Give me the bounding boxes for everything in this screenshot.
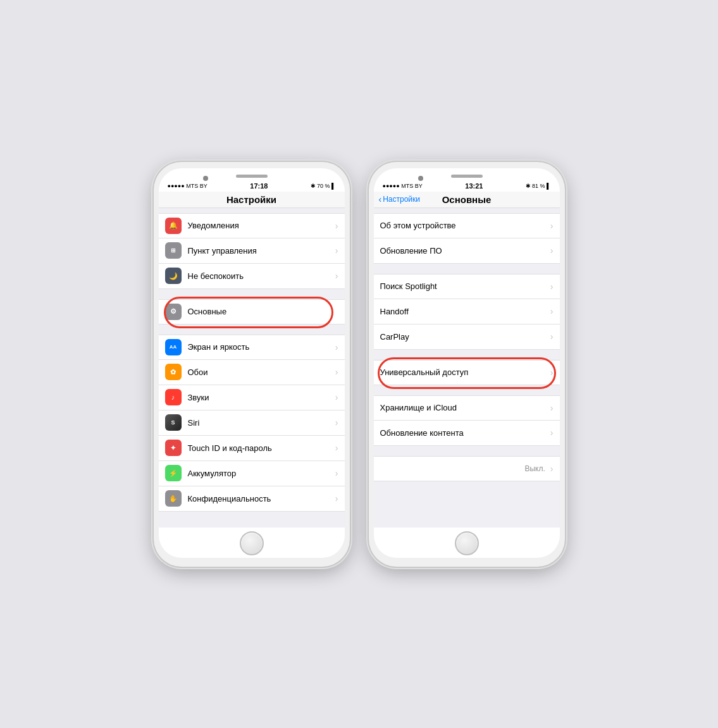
- phone-2: ●●●●● MTS BY 13:21 ✱ 81 % ▌ ‹ Настройки …: [369, 162, 565, 567]
- settings-row-dnd[interactable]: 🌙 Не беспокоить ›: [159, 264, 345, 289]
- spotlight-chevron: ›: [550, 281, 554, 292]
- settings-row-handoff[interactable]: Handoff ›: [374, 299, 560, 324]
- phones-container: ●●●●● MTS BY 17:18 ✱ 70 % ▌ Настройки 🔔: [154, 162, 565, 567]
- update-label: Обновление ПО: [380, 246, 548, 256]
- siri-label: Siri: [188, 418, 333, 428]
- settings-row-spotlight[interactable]: Поиск Spotlight ›: [374, 274, 560, 299]
- carplay-chevron: ›: [550, 331, 554, 342]
- dnd-chevron: ›: [335, 271, 338, 281]
- settings-row-carplay[interactable]: CarPlay ›: [374, 324, 560, 350]
- control-center-label: Пункт управления: [188, 246, 333, 256]
- battery-chevron: ›: [335, 468, 338, 478]
- carrier-1: ●●●●● MTS BY: [168, 183, 207, 189]
- home-button-1[interactable]: [240, 531, 264, 555]
- off-chevron: ›: [550, 464, 554, 474]
- phone-2-top-bar: [374, 168, 560, 180]
- siri-chevron: ›: [335, 417, 338, 428]
- spotlight-label: Поиск Spotlight: [380, 281, 548, 291]
- dnd-icon: 🌙: [165, 268, 182, 284]
- phone-2-content: Об этом устройстве › Обновление ПО › Пои…: [374, 208, 560, 527]
- battery-text-2: 81 % ▌: [532, 183, 550, 189]
- accessibility-chevron: ›: [550, 367, 554, 378]
- control-center-icon: ⊞: [165, 242, 182, 259]
- off-value: Выкл.: [524, 464, 545, 473]
- phone-1-status-bar: ●●●●● MTS BY 17:18 ✱ 70 % ▌: [159, 180, 345, 192]
- phone-1: ●●●●● MTS BY 17:18 ✱ 70 % ▌ Настройки 🔔: [154, 162, 350, 567]
- phone-2-inner: ●●●●● MTS BY 13:21 ✱ 81 % ▌ ‹ Настройки …: [374, 168, 560, 558]
- phone-2-status-bar: ●●●●● MTS BY 13:21 ✱ 81 % ▌: [374, 180, 560, 192]
- speaker-1: [236, 175, 268, 178]
- settings-row-siri[interactable]: S Siri ›: [159, 410, 345, 436]
- display-label: Экран и яркость: [188, 342, 333, 352]
- phone-2-bottom: [374, 527, 560, 558]
- sounds-icon: ♪: [165, 389, 182, 405]
- settings-row-battery[interactable]: ⚡ Аккумулятор ›: [159, 461, 345, 486]
- battery-1: ✱ 70 % ▌: [311, 183, 335, 189]
- settings-row-wallpaper[interactable]: ✿ Обои ›: [159, 360, 345, 385]
- settings-row-touchid[interactable]: ✦ Touch ID и код-пароль ›: [159, 436, 345, 461]
- phone-1-group-1: 🔔 Уведомления › ⊞ Пункт управления ›: [159, 213, 345, 289]
- settings-row-control-center[interactable]: ⊞ Пункт управления ›: [159, 238, 345, 264]
- battery-label: Аккумулятор: [188, 469, 333, 478]
- display-chevron: ›: [335, 342, 338, 352]
- bluetooth-icon-1: ✱: [311, 183, 316, 189]
- time-2: 13:21: [465, 182, 483, 190]
- settings-row-storage[interactable]: Хранилище и iCloud ›: [374, 395, 560, 421]
- settings-row-about[interactable]: Об этом устройстве ›: [374, 213, 560, 238]
- control-center-chevron: ›: [335, 245, 338, 256]
- notifications-chevron: ›: [335, 221, 338, 231]
- carplay-label: CarPlay: [380, 332, 548, 342]
- privacy-chevron: ›: [335, 493, 338, 503]
- carrier-2: ●●●●● MTS BY: [383, 183, 423, 189]
- phone-2-group-2: Поиск Spotlight › Handoff › CarPlay ›: [374, 274, 560, 350]
- settings-row-privacy[interactable]: ✋ Конфиденциальность ›: [159, 486, 345, 512]
- wallpaper-icon: ✿: [165, 364, 182, 380]
- phone-1-group-3: AA Экран и яркость › ✿ Обои ›: [159, 335, 345, 512]
- phone-1-top-bar: [159, 168, 345, 180]
- sounds-chevron: ›: [335, 392, 338, 402]
- settings-row-notifications[interactable]: 🔔 Уведомления ›: [159, 213, 345, 238]
- home-button-2[interactable]: [455, 531, 479, 555]
- settings-row-general[interactable]: ⚙ Основные: [159, 299, 345, 324]
- settings-row-sounds[interactable]: ♪ Звуки ›: [159, 385, 345, 410]
- notifications-label: Уведомления: [188, 221, 333, 230]
- touchid-chevron: ›: [335, 443, 338, 453]
- phone-2-nav-bar: ‹ Настройки Основные: [374, 192, 560, 208]
- phone-1-inner: ●●●●● MTS BY 17:18 ✱ 70 % ▌ Настройки 🔔: [159, 168, 345, 558]
- phone-1-group-2: ⚙ Основные: [159, 299, 345, 324]
- privacy-icon: ✋: [165, 490, 182, 507]
- bg-update-chevron: ›: [550, 428, 554, 438]
- settings-row-update[interactable]: Обновление ПО ›: [374, 238, 560, 264]
- back-label: Настройки: [383, 195, 420, 204]
- back-button[interactable]: ‹ Настройки: [379, 194, 421, 204]
- phone-2-nav-title: Основные: [442, 194, 492, 205]
- general-label: Основные: [188, 307, 338, 316]
- camera-1: [203, 176, 208, 181]
- handoff-chevron: ›: [550, 306, 554, 316]
- storage-chevron: ›: [550, 403, 554, 413]
- settings-row-accessibility[interactable]: Универсальный доступ ›: [374, 360, 560, 385]
- about-chevron: ›: [550, 221, 554, 231]
- privacy-label: Конфиденциальность: [188, 494, 333, 503]
- phone-1-nav-bar: Настройки: [159, 192, 345, 208]
- notifications-icon: 🔔: [165, 218, 182, 234]
- accessibility-label: Универсальный доступ: [380, 367, 548, 377]
- settings-row-bg-update[interactable]: Обновление контента ›: [374, 421, 560, 446]
- wallpaper-label: Обои: [188, 367, 333, 377]
- bluetooth-icon-2: ✱: [526, 183, 531, 189]
- general-icon: ⚙: [165, 304, 182, 320]
- battery-2: ✱ 81 % ▌: [526, 183, 550, 189]
- settings-row-display[interactable]: AA Экран и яркость ›: [159, 335, 345, 360]
- phone-2-group-4: Хранилище и iCloud › Обновление контента…: [374, 395, 560, 446]
- camera-2: [418, 176, 423, 181]
- phone-1-bottom: [159, 527, 345, 558]
- storage-label: Хранилище и iCloud: [380, 403, 548, 412]
- settings-row-off[interactable]: Выкл. ›: [374, 456, 560, 481]
- sounds-label: Звуки: [188, 393, 333, 402]
- touchid-icon: ✦: [165, 440, 182, 456]
- wallpaper-chevron: ›: [335, 367, 338, 377]
- speaker-2: [451, 175, 483, 178]
- phone-1-nav-title: Настройки: [226, 194, 276, 205]
- battery-icon: ⚡: [165, 465, 182, 481]
- display-icon: AA: [165, 339, 182, 355]
